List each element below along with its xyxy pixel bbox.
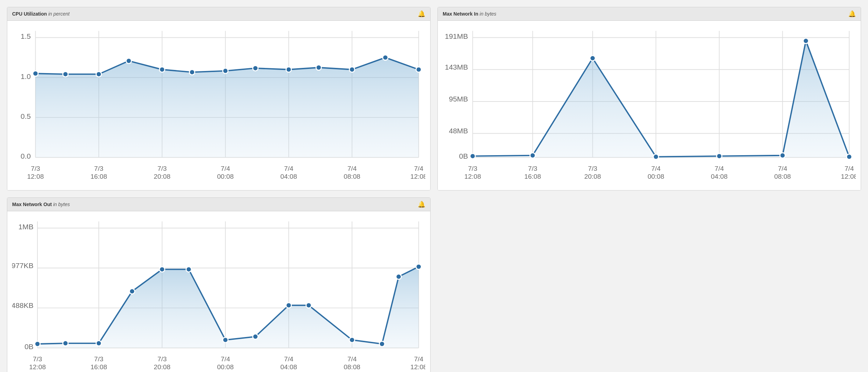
- cpu-chart-card: CPU Utilization in percent 🔔 1.5 1.0 0.5…: [7, 7, 431, 191]
- network-in-chart-title: Max Network In in bytes: [443, 11, 496, 17]
- svg-point-17: [63, 71, 68, 77]
- network-in-chart-card: Max Network In in bytes 🔔 191MB 143MB 95…: [437, 7, 861, 191]
- svg-text:7/4: 7/4: [844, 165, 854, 172]
- svg-text:16:08: 16:08: [524, 173, 541, 180]
- svg-point-22: [223, 68, 228, 73]
- cpu-chart-title: CPU Utilization in percent: [12, 11, 70, 17]
- svg-point-64: [653, 154, 659, 159]
- svg-point-108: [306, 303, 311, 308]
- svg-point-18: [96, 71, 101, 77]
- svg-text:48MB: 48MB: [449, 127, 468, 135]
- svg-text:00:08: 00:08: [217, 173, 234, 180]
- svg-text:0B: 0B: [25, 343, 34, 351]
- svg-point-104: [186, 267, 191, 272]
- svg-point-63: [590, 55, 595, 61]
- svg-point-102: [129, 289, 134, 294]
- svg-point-62: [530, 153, 535, 158]
- svg-text:12:08: 12:08: [841, 173, 856, 180]
- svg-point-110: [379, 342, 384, 347]
- network-out-chart-subtitle: in bytes: [53, 202, 70, 207]
- network-out-chart-header: Max Network Out in bytes 🔔: [7, 198, 430, 211]
- svg-text:12:08: 12:08: [29, 363, 46, 371]
- svg-text:7/3: 7/3: [468, 165, 477, 172]
- svg-text:7/3: 7/3: [588, 165, 597, 172]
- network-out-bell-icon[interactable]: 🔔: [418, 201, 425, 208]
- svg-text:12:08: 12:08: [410, 363, 425, 371]
- svg-text:7/3: 7/3: [33, 355, 42, 363]
- svg-text:7/3: 7/3: [31, 165, 40, 172]
- svg-text:7/4: 7/4: [284, 355, 294, 363]
- cpu-bell-icon[interactable]: 🔔: [418, 10, 425, 18]
- svg-point-67: [803, 38, 808, 43]
- svg-point-105: [223, 337, 228, 343]
- svg-text:04:08: 04:08: [711, 173, 728, 180]
- svg-text:16:08: 16:08: [90, 173, 107, 180]
- svg-point-103: [159, 267, 165, 272]
- svg-text:143MB: 143MB: [445, 63, 468, 71]
- svg-text:08:08: 08:08: [344, 363, 360, 371]
- svg-point-68: [847, 154, 852, 159]
- svg-point-28: [416, 67, 421, 72]
- cpu-chart-header: CPU Utilization in percent 🔔: [7, 7, 430, 21]
- network-out-chart-title: Max Network Out in bytes: [12, 202, 70, 207]
- svg-text:00:08: 00:08: [217, 363, 234, 371]
- svg-point-109: [349, 337, 355, 343]
- network-out-chart-svg: 1MB 977KB 488KB 0B: [12, 215, 425, 372]
- network-in-chart-subtitle: in bytes: [480, 11, 496, 17]
- svg-text:95MB: 95MB: [449, 95, 468, 103]
- svg-point-26: [349, 67, 355, 72]
- svg-text:20:08: 20:08: [154, 363, 171, 371]
- network-in-bell-icon[interactable]: 🔔: [848, 10, 856, 18]
- svg-text:7/3: 7/3: [157, 165, 167, 172]
- network-in-chart-header: Max Network In in bytes 🔔: [438, 7, 861, 21]
- svg-point-20: [159, 67, 165, 72]
- network-in-chart-body: 191MB 143MB 95MB 48MB 0B: [438, 21, 861, 190]
- svg-text:1MB: 1MB: [18, 223, 33, 231]
- svg-text:191MB: 191MB: [445, 32, 468, 40]
- svg-point-107: [286, 303, 291, 308]
- svg-text:7/4: 7/4: [221, 165, 230, 172]
- svg-text:00:08: 00:08: [648, 173, 664, 180]
- cpu-chart-svg: 1.5 1.0 0.5 0.0: [12, 24, 425, 184]
- svg-point-100: [63, 341, 68, 346]
- svg-text:12:08: 12:08: [27, 173, 44, 180]
- svg-text:12:08: 12:08: [464, 173, 481, 180]
- svg-text:488KB: 488KB: [12, 302, 34, 310]
- svg-text:0.0: 0.0: [20, 152, 31, 160]
- svg-text:1.5: 1.5: [20, 32, 31, 40]
- main-content: CPU Utilization in percent 🔔 1.5 1.0 0.5…: [0, 0, 868, 372]
- svg-text:7/4: 7/4: [651, 165, 661, 172]
- svg-text:7/3: 7/3: [94, 165, 104, 172]
- svg-text:7/4: 7/4: [284, 165, 294, 172]
- svg-point-16: [33, 71, 38, 76]
- svg-text:1.0: 1.0: [20, 72, 31, 80]
- svg-point-24: [286, 67, 291, 72]
- cpu-chart-subtitle: in percent: [48, 11, 69, 17]
- svg-point-23: [253, 65, 258, 71]
- svg-point-112: [416, 264, 421, 269]
- svg-text:7/4: 7/4: [414, 165, 423, 172]
- svg-text:12:08: 12:08: [410, 173, 425, 180]
- svg-text:7/4: 7/4: [347, 355, 357, 363]
- svg-point-27: [383, 55, 388, 60]
- svg-text:7/3: 7/3: [528, 165, 537, 172]
- svg-point-101: [96, 341, 101, 346]
- svg-point-65: [717, 153, 722, 159]
- svg-text:7/4: 7/4: [414, 355, 423, 363]
- svg-text:08:08: 08:08: [774, 173, 791, 180]
- svg-point-21: [189, 70, 194, 75]
- svg-text:0.5: 0.5: [20, 112, 31, 120]
- svg-text:04:08: 04:08: [280, 173, 297, 180]
- svg-point-19: [126, 58, 131, 63]
- svg-text:7/3: 7/3: [157, 355, 167, 363]
- svg-point-61: [470, 153, 475, 159]
- svg-text:7/4: 7/4: [715, 165, 724, 172]
- svg-text:7/4: 7/4: [221, 355, 230, 363]
- svg-text:20:08: 20:08: [584, 173, 601, 180]
- svg-text:0B: 0B: [459, 152, 468, 160]
- svg-point-111: [396, 274, 401, 280]
- svg-point-66: [780, 153, 785, 158]
- svg-text:977KB: 977KB: [12, 262, 34, 269]
- svg-point-25: [316, 65, 321, 70]
- network-in-chart-svg: 191MB 143MB 95MB 48MB 0B: [443, 24, 856, 184]
